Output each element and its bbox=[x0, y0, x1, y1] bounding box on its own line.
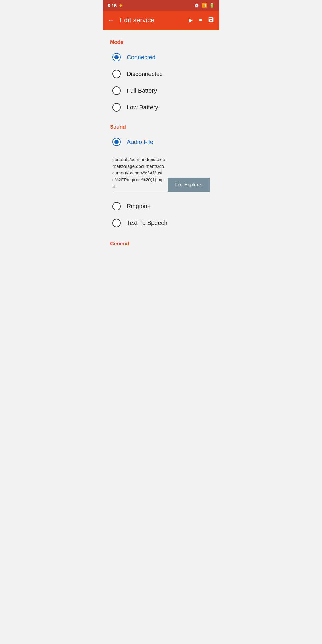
sound-radio-group-2: Ringtone Text To Speech bbox=[103, 197, 219, 233]
alarm-icon: ⏰ bbox=[194, 3, 199, 8]
app-bar-actions: ▶ ■ bbox=[189, 16, 214, 24]
sound-section-header: Sound bbox=[103, 119, 219, 132]
sound-radio-group: Audio File bbox=[103, 132, 219, 151]
battery-charging-icon: ⚡ bbox=[118, 3, 123, 8]
mode-section-header: Mode bbox=[103, 35, 219, 48]
battery-icon: 🔋 bbox=[209, 3, 214, 8]
sound-tts-label: Text To Speech bbox=[127, 219, 167, 226]
mode-disconnected-label: Disconnected bbox=[127, 71, 163, 78]
general-section-header: General bbox=[103, 235, 219, 249]
sound-audiofile-radio-inner bbox=[114, 140, 119, 144]
mode-lowbattery-option[interactable]: Low Battery bbox=[103, 99, 219, 116]
status-bar-right: ⏰ 📶 🔋 bbox=[194, 3, 214, 8]
mode-connected-label: Connected bbox=[127, 54, 156, 61]
mode-disconnected-radio[interactable] bbox=[112, 70, 121, 78]
mode-fullbattery-label: Full Battery bbox=[127, 87, 157, 94]
sound-ringtone-label: Ringtone bbox=[127, 203, 151, 210]
sound-tts-option[interactable]: Text To Speech bbox=[103, 215, 219, 231]
status-bar: 8:16 ⚡ ⏰ 📶 🔋 bbox=[103, 0, 219, 11]
stop-button[interactable]: ■ bbox=[199, 18, 202, 23]
mode-disconnected-option[interactable]: Disconnected bbox=[103, 66, 219, 82]
status-time: 8:16 bbox=[108, 3, 117, 8]
app-bar-title: Edit service bbox=[120, 16, 184, 24]
mode-connected-radio-inner bbox=[114, 55, 119, 59]
sound-audiofile-radio[interactable] bbox=[112, 138, 121, 146]
audio-path-text: content://com.android.externalstorage.do… bbox=[112, 156, 168, 192]
divider-2 bbox=[103, 233, 219, 235]
divider-1 bbox=[103, 117, 219, 119]
sound-audiofile-label: Audio File bbox=[127, 139, 153, 145]
app-bar: ← Edit service ▶ ■ bbox=[103, 11, 219, 30]
audio-path-row: content://com.android.externalstorage.do… bbox=[112, 156, 210, 192]
back-button[interactable]: ← bbox=[108, 17, 115, 24]
save-button[interactable] bbox=[208, 16, 214, 24]
general-section: General bbox=[103, 235, 219, 249]
mode-section: Mode Connected Disconnected Full Battery bbox=[103, 35, 219, 117]
mode-connected-option[interactable]: Connected bbox=[103, 49, 219, 66]
sound-audiofile-option[interactable]: Audio File bbox=[103, 134, 219, 150]
audio-file-section: content://com.android.externalstorage.do… bbox=[103, 151, 219, 197]
signal-icon: 📶 bbox=[202, 3, 207, 8]
mode-lowbattery-label: Low Battery bbox=[127, 104, 158, 111]
mode-fullbattery-radio[interactable] bbox=[112, 86, 121, 95]
sound-ringtone-radio[interactable] bbox=[112, 202, 121, 210]
mode-fullbattery-option[interactable]: Full Battery bbox=[103, 82, 219, 99]
play-button[interactable]: ▶ bbox=[189, 17, 193, 24]
file-explorer-button[interactable]: File Explorer bbox=[168, 178, 210, 192]
sound-tts-radio[interactable] bbox=[112, 219, 121, 227]
status-bar-left: 8:16 ⚡ bbox=[108, 3, 123, 8]
content: Mode Connected Disconnected Full Battery bbox=[103, 30, 219, 256]
mode-connected-radio[interactable] bbox=[112, 53, 121, 61]
sound-ringtone-option[interactable]: Ringtone bbox=[103, 198, 219, 215]
sound-section: Sound Audio File content://com.android.e… bbox=[103, 119, 219, 233]
mode-radio-group: Connected Disconnected Full Battery Low … bbox=[103, 48, 219, 117]
mode-lowbattery-radio[interactable] bbox=[112, 103, 121, 112]
